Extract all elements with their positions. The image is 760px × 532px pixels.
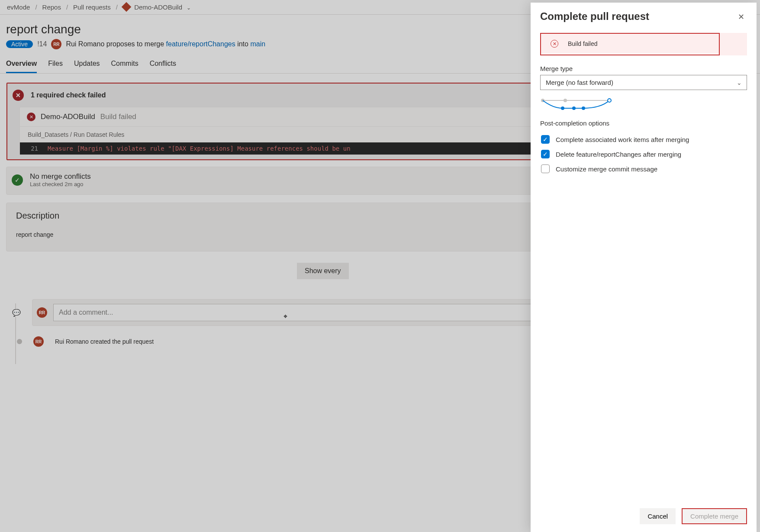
fail-icon: ✕: [551, 40, 558, 48]
complete-merge-button[interactable]: Complete merge: [682, 508, 747, 524]
svg-point-5: [582, 106, 585, 110]
option-delete-branch[interactable]: ✓ Delete feature/reportChanges after mer…: [540, 147, 747, 161]
panel-title: Complete pull request: [540, 10, 649, 23]
post-completion-heading: Post-completion options: [540, 119, 747, 127]
checkbox-icon: ✓: [541, 135, 550, 144]
merge-type-value: Merge (no fast forward): [540, 75, 747, 90]
svg-point-6: [608, 99, 611, 102]
option-label: Customize merge commit message: [556, 165, 657, 173]
close-icon[interactable]: ✕: [735, 10, 747, 23]
merge-type-select[interactable]: Merge (no fast forward) ⌄: [540, 75, 747, 90]
build-failed-text: Build failed: [568, 40, 598, 47]
svg-point-4: [572, 106, 576, 110]
option-customize-message[interactable]: Customize merge commit message: [540, 161, 747, 176]
option-complete-work-items[interactable]: ✓ Complete associated work items after m…: [540, 132, 747, 147]
svg-point-3: [561, 106, 564, 110]
checkbox-icon: ✓: [541, 150, 550, 158]
complete-pr-panel: Complete pull request ✕ ✕ Build failed M…: [531, 3, 757, 532]
option-label: Complete associated work items after mer…: [556, 136, 689, 143]
checkbox-icon: [541, 164, 550, 173]
cancel-button[interactable]: Cancel: [640, 508, 676, 524]
merge-type-label: Merge type: [540, 65, 747, 72]
option-label: Delete feature/reportChanges after mergi…: [556, 151, 681, 158]
build-failed-alert: ✕ Build failed: [540, 33, 720, 55]
svg-point-2: [564, 99, 567, 102]
cursor-icon: ⌖: [283, 313, 287, 320]
merge-graph-icon: [540, 98, 614, 111]
